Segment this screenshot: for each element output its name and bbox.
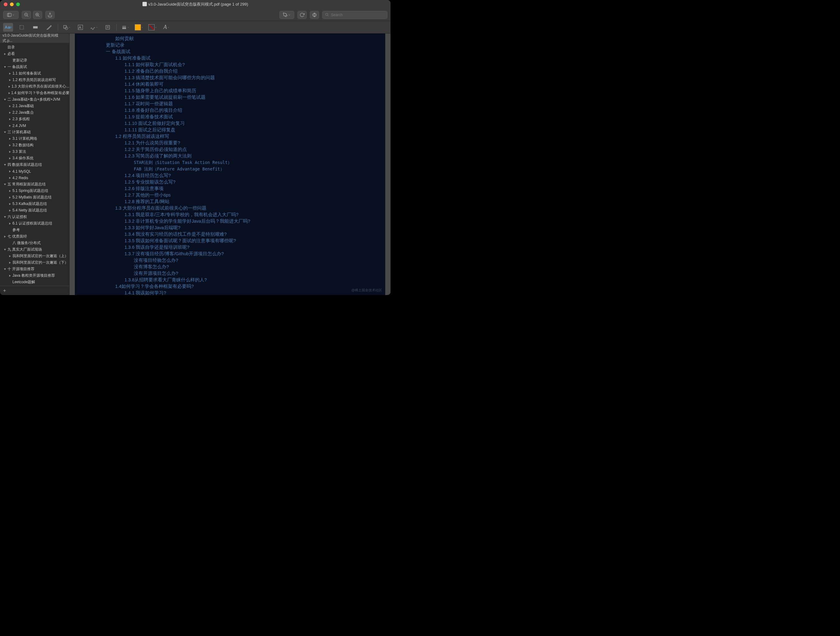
toc-entry[interactable]: 1.3.4 我没有实习经历的话找工作是不是特别艰难? xyxy=(75,231,385,237)
share-button[interactable] xyxy=(45,11,55,19)
toc-entry[interactable]: 1.2 程序员简历就该这样写 xyxy=(75,133,385,140)
search-input[interactable] xyxy=(331,13,385,17)
outline-item[interactable]: Leetcode题解 xyxy=(0,279,69,285)
outline-item[interactable]: 5.1 Spring面试题总结 xyxy=(0,188,69,194)
view-mode-button[interactable] xyxy=(3,11,19,19)
border-style-tool[interactable] xyxy=(120,23,130,32)
zoom-window-button[interactable] xyxy=(16,3,20,6)
toc-entry[interactable]: 1.3.8从招聘要求看大厂青睐什么样的人? xyxy=(75,277,385,283)
close-window-button[interactable] xyxy=(4,3,8,6)
outline-item[interactable]: 十 开源项目推荐 xyxy=(0,266,69,272)
fill-color-tool[interactable] xyxy=(148,23,158,32)
toc-entry[interactable]: 1.3.3 如何学好Java后端呢? xyxy=(75,225,385,231)
minimize-window-button[interactable] xyxy=(10,3,14,6)
disclosure-right-icon[interactable] xyxy=(8,261,12,264)
disclosure-down-icon[interactable] xyxy=(3,98,7,101)
toc-entry[interactable]: 1.2.3 写简历必须了解的两大法则 xyxy=(75,153,385,159)
disclosure-right-icon[interactable] xyxy=(8,169,12,173)
outline-item[interactable]: 2.3 多线程 xyxy=(0,116,69,122)
toc-entry[interactable]: 1.3.1 我是双非/三本/专科学校的，我有机会进入大厂吗? xyxy=(75,212,385,218)
text-tool[interactable]: A xyxy=(76,23,85,32)
outline-item[interactable]: 3.4 操作系统 xyxy=(0,155,69,161)
disclosure-right-icon[interactable] xyxy=(3,52,7,56)
outline-item[interactable]: 四 数据库面试题总结 xyxy=(0,161,69,168)
outline-item[interactable]: 3.2 数据结构 xyxy=(0,142,69,149)
outline-item[interactable]: 2.4 JVM xyxy=(0,122,69,129)
outline-item[interactable]: 6.1 认证授权面试题总结 xyxy=(0,220,69,227)
outline-item[interactable]: 六 认证授权 xyxy=(0,214,69,220)
toc-entry[interactable]: 1.2.7 其他的一些小tips xyxy=(75,192,385,198)
disclosure-right-icon[interactable] xyxy=(8,137,12,141)
toc-entry[interactable]: 1.4.1 我该如何学习? xyxy=(75,290,385,295)
outline-item[interactable]: 1.3 大部分程序员在面试前很关心... xyxy=(0,83,69,90)
outline-item[interactable]: 二 Java基础+集合+多线程+JVM xyxy=(0,96,69,103)
outline-item[interactable]: 我和阿里面试官的一次邂逅（下） xyxy=(0,259,69,266)
toc-entry[interactable]: 1.1.5 随身带上自己的成绩单和简历 xyxy=(75,88,385,94)
outline-item[interactable]: 4.1 MySQL xyxy=(0,168,69,174)
outline-item[interactable]: 我和阿里面试官的一次邂逅（上） xyxy=(0,253,69,259)
toc-entry[interactable]: 一 备战面试 xyxy=(75,49,385,55)
outline-item[interactable]: 1.2 程序员简历就该这样写 xyxy=(0,77,69,83)
outline-item[interactable]: 九 真实大厂面试现场 xyxy=(0,246,69,253)
toc-entry[interactable]: STAR法则（Situation Task Action Result） xyxy=(75,159,385,166)
font-style-tool[interactable]: A xyxy=(161,23,171,32)
sidebar-add-button[interactable]: + xyxy=(0,286,69,295)
sketch-tool[interactable] xyxy=(44,23,54,32)
toc-entry[interactable]: 1.1.8 准备好自己的项目介绍 xyxy=(75,107,385,114)
outline-item[interactable]: 5.4 Netty 面试题总结 xyxy=(0,207,69,214)
disclosure-right-icon[interactable] xyxy=(8,202,12,206)
disclosure-right-icon[interactable] xyxy=(8,111,12,115)
disclosure-right-icon[interactable] xyxy=(8,72,12,76)
outline-item[interactable]: Java 教程类开源项目推荐 xyxy=(0,272,69,279)
toc-entry[interactable]: 1.3.5 我该如何准备面试呢？面试的注意事项有哪些呢? xyxy=(75,237,385,244)
sign-tool[interactable] xyxy=(89,23,99,32)
outline-item[interactable]: 一 备战面试 xyxy=(0,64,69,70)
toc-entry[interactable]: 如何贡献 xyxy=(75,35,385,42)
outline-item[interactable]: 3.3 算法 xyxy=(0,149,69,155)
disclosure-right-icon[interactable] xyxy=(8,91,11,95)
toc-entry[interactable]: 1.1.6 如果需要笔试就提前刷一些笔试题 xyxy=(75,94,385,101)
toc-entry[interactable]: 没有项目经验怎么办? xyxy=(75,257,385,264)
disclosure-right-icon[interactable] xyxy=(8,196,12,199)
highlight-button[interactable] xyxy=(279,11,294,19)
note-tool[interactable] xyxy=(103,23,113,32)
search-field[interactable] xyxy=(322,11,387,19)
rectangular-selection-tool[interactable] xyxy=(17,23,27,32)
toc-entry[interactable]: 1.4如何学习？学会各种框架有必要吗? xyxy=(75,283,385,290)
disclosure-right-icon[interactable] xyxy=(8,150,12,154)
disclosure-down-icon[interactable] xyxy=(3,65,7,69)
markup-button[interactable] xyxy=(310,11,319,19)
toc-entry[interactable]: 1.1.9 提前准备技术面试 xyxy=(75,114,385,120)
toc-entry[interactable]: 1.1 如何准备面试 xyxy=(75,55,385,62)
outline-item[interactable]: 五 常用框架面试题总结 xyxy=(0,181,69,188)
toc-entry[interactable]: 1.2.6 排版注意事项 xyxy=(75,185,385,192)
text-selection-tool[interactable]: AaI xyxy=(3,23,13,32)
toc-entry[interactable]: 1.1.1 如何获取大厂面试机会? xyxy=(75,62,385,68)
disclosure-right-icon[interactable] xyxy=(8,144,12,147)
toc-entry[interactable]: 1.1.11 面试之后记得复盘 xyxy=(75,127,385,133)
disclosure-right-icon[interactable] xyxy=(3,235,7,239)
outline-item[interactable]: 更新记录 xyxy=(0,57,69,64)
rotate-button[interactable] xyxy=(297,11,307,19)
outline-item[interactable]: 3.1 计算机网络 xyxy=(0,135,69,142)
toc-entry[interactable]: 1.3 大部分程序员在面试前很关心的一些问题 xyxy=(75,205,385,212)
disclosure-down-icon[interactable] xyxy=(3,267,7,271)
disclosure-right-icon[interactable] xyxy=(8,209,12,212)
disclosure-right-icon[interactable] xyxy=(8,176,12,180)
outline-item[interactable]: 八 微服务/分布式 xyxy=(0,240,69,246)
outline-item[interactable]: 参考 xyxy=(0,227,69,233)
outline-item[interactable]: 4.2 Redis xyxy=(0,174,69,181)
toc-entry[interactable]: 1.2.8 推荐的工具/网站 xyxy=(75,198,385,205)
outline-item[interactable]: 5.2 MyBatis 面试题总结 xyxy=(0,194,69,201)
toc-entry[interactable]: 1.1.2 准备自己的自我介绍 xyxy=(75,68,385,74)
outline-item[interactable]: 三 计算机基础 xyxy=(0,129,69,135)
pdf-viewer[interactable]: 如何贡献更新记录一 备战面试1.1 如何准备面试1.1.1 如何获取大厂面试机会… xyxy=(69,33,390,295)
outline-item[interactable]: 目录 xyxy=(0,44,69,51)
outline-item[interactable]: 2.2 Java集合 xyxy=(0,109,69,116)
toc-entry[interactable]: 1.2.4 项目经历怎么写? xyxy=(75,172,385,179)
outline-item[interactable]: 5.3 Kafka面试题总结 xyxy=(0,201,69,207)
toc-entry[interactable]: 1.3.2 非计算机专业的学生能学好Java后台吗？我能进大厂吗? xyxy=(75,218,385,225)
toc-entry[interactable]: 没有博客怎么办? xyxy=(75,264,385,270)
outline-item[interactable]: 2.1 Java基础 xyxy=(0,103,69,109)
toc-entry[interactable]: 1.1.7 花时间一些逻辑题 xyxy=(75,101,385,107)
